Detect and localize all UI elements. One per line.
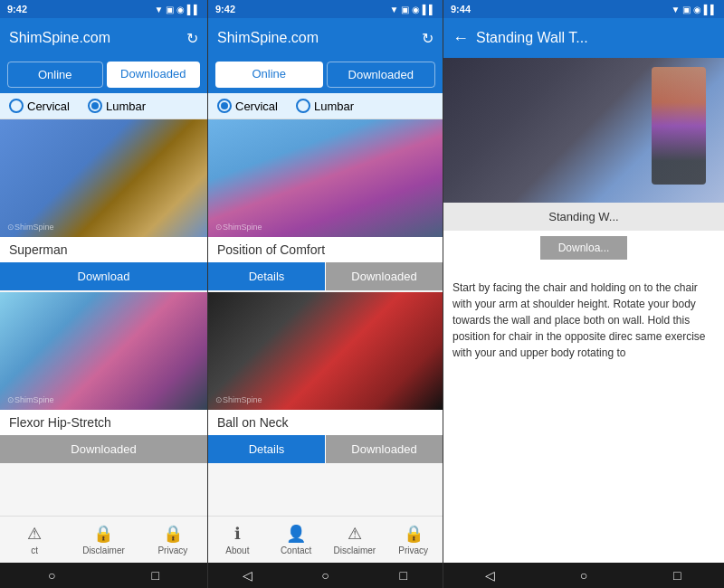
status-icons-1: ▼ ▣ ◉ ▌▌ [155, 5, 200, 14]
superman-image: ⊙ShimSpine [0, 119, 207, 237]
nav-disclaimer-label-2: Disclaimer [334, 545, 376, 555]
nav-privacy-1[interactable]: 🔒 Privacy [138, 517, 207, 563]
nav-privacy-2[interactable]: 🔒 Privacy [384, 517, 443, 563]
refresh-icon-2[interactable]: ↻ [422, 30, 433, 47]
tab-bar-2: Online Downloaded [208, 58, 443, 93]
home-btn-2[interactable]: ○ [316, 566, 334, 584]
refresh-icon-1[interactable]: ↻ [186, 30, 198, 47]
downloaded-button-comfort[interactable]: Downloaded [326, 262, 443, 290]
back-btn-2[interactable]: ◁ [238, 566, 256, 584]
radio-lumbar-1[interactable]: Lumbar [88, 99, 146, 113]
time-2: 9:42 [215, 4, 235, 14]
radio-lumbar-label-2: Lumbar [314, 100, 354, 113]
ball-neck-image: ⊙ShimSpine [208, 292, 443, 410]
app-title-3: Standing Wall T... [476, 30, 588, 46]
privacy-icon-2: 🔒 [404, 524, 424, 544]
watermark-1: ⊙ShimSpine [7, 223, 54, 232]
nav-about-2[interactable]: ℹ About [208, 517, 267, 563]
nav-contact-1[interactable]: ⚠ ct [0, 517, 69, 563]
comfort-image: ⊙ShimSpine [208, 119, 443, 237]
details-button-comfort[interactable]: Details [208, 262, 325, 290]
standing-wall-download-btn[interactable]: Downloa... [540, 236, 628, 260]
tab-online-2[interactable]: Online [215, 62, 323, 88]
radio-lumbar-2[interactable]: Lumbar [296, 99, 354, 113]
exercise-img-ball-neck: ⊙ShimSpine [208, 292, 443, 410]
status-icons-3: ▼ ▣ ◉ ▌▌ [672, 5, 717, 14]
app-bar-2: ShimSpine.com ↻ [208, 18, 443, 58]
nav-disclaimer-2[interactable]: ⚠ Disclaimer [326, 517, 385, 563]
exercise-list-1: ⊙ShimSpine Superman Download ⊙ShimSpine … [0, 119, 207, 516]
exercise-img-hip-stretch: ⊙ShimSpine [0, 292, 207, 410]
home-btn-3[interactable]: ○ [575, 566, 593, 584]
download-btn-container: Downloa... [443, 231, 724, 270]
watermark-2: ⊙ShimSpine [7, 395, 54, 404]
radio-cervical-label-2: Cervical [235, 100, 278, 113]
contact-icon-1: ⚠ [27, 524, 42, 544]
figure-detail-img [652, 67, 706, 185]
exercise-card-ball-neck: ⊙ShimSpine Ball on Neck Details Download… [208, 292, 443, 463]
exercise-img-superman: ⊙ShimSpine [0, 119, 207, 237]
radio-cervical-1[interactable]: Cervical [9, 99, 70, 113]
app-title-2: ShimSpine.com [217, 30, 319, 46]
time-3: 9:44 [451, 4, 471, 14]
exercise-card-comfort: ⊙ShimSpine Position of Comfort Details D… [208, 119, 443, 290]
radio-lumbar-label-1: Lumbar [106, 100, 146, 113]
download-button-superman[interactable]: Download [0, 262, 207, 290]
nav-disclaimer-1[interactable]: 🔒 Disclaimer [69, 517, 138, 563]
time-1: 9:42 [7, 4, 27, 14]
ball-neck-name: Ball on Neck [208, 410, 443, 435]
tab-online-1[interactable]: Online [7, 62, 103, 88]
nav-about-label-2: About [225, 545, 249, 555]
disclaimer-icon-2: ⚠ [348, 524, 362, 544]
radio-circle-cervical-1 [9, 99, 24, 113]
radio-circle-lumbar-2 [296, 99, 310, 113]
hip-stretch-image: ⊙ShimSpine [0, 292, 207, 410]
details-button-ball-neck[interactable]: Details [208, 435, 325, 463]
contact-icon-2: 👤 [286, 524, 306, 544]
bottom-nav-1: ⚠ ct 🔒 Disclaimer 🔒 Privacy [0, 516, 207, 563]
exercise-img-comfort: ⊙ShimSpine [208, 119, 443, 237]
downloaded-button-hip-stretch[interactable]: Downloaded [0, 435, 207, 463]
phone-panel-2: 9:42 ▼ ▣ ◉ ▌▌ ShimSpine.com ↻ Online Dow… [208, 0, 443, 588]
system-nav-1: ○ □ [0, 563, 207, 588]
bottom-nav-2: ℹ About 👤 Contact ⚠ Disclaimer 🔒 Privacy [208, 516, 443, 563]
home-btn-1[interactable]: ○ [43, 566, 61, 584]
radio-circle-lumbar-1 [88, 99, 102, 113]
tab-downloaded-1[interactable]: Downloaded [107, 62, 201, 88]
standing-wall-image [443, 58, 724, 203]
watermark-4: ⊙ShimSpine [215, 395, 262, 404]
app-title-1: ShimSpine.com [9, 30, 110, 46]
exercise-card-superman: ⊙ShimSpine Superman Download [0, 119, 207, 290]
tab-bar-1: Online Downloaded [0, 58, 207, 93]
radio-cervical-2[interactable]: Cervical [217, 99, 278, 113]
app-bar-1: ShimSpine.com ↻ [0, 18, 207, 58]
nav-privacy-label-2: Privacy [398, 545, 428, 555]
phone-panel-3: 9:44 ▼ ▣ ◉ ▌▌ ← Standing Wall T... Stand… [443, 0, 724, 588]
recents-btn-2[interactable]: □ [395, 566, 413, 584]
system-nav-2: ◁ ○ □ [208, 563, 443, 588]
privacy-icon-1: 🔒 [163, 524, 183, 544]
hip-stretch-name: Flexor Hip-Stretch [0, 410, 207, 435]
standing-wall-description: Start by facing the chair and holding on… [443, 270, 724, 370]
radio-circle-cervical-2 [217, 99, 232, 113]
status-bar-3: 9:44 ▼ ▣ ◉ ▌▌ [443, 0, 724, 18]
recents-btn-3[interactable]: □ [668, 566, 686, 584]
disclaimer-icon-1: 🔒 [93, 524, 113, 544]
detail-content-3: Standing W... Downloa... Start by facing… [443, 58, 724, 563]
nav-contact-2[interactable]: 👤 Contact [267, 517, 326, 563]
about-icon-2: ℹ [234, 524, 241, 544]
nav-contact-label-1: ct [31, 545, 38, 555]
standing-wall-name: Standing W... [443, 203, 724, 231]
downloaded-button-ball-neck[interactable]: Downloaded [326, 435, 443, 463]
phone-panel-1: 9:42 ▼ ▣ ◉ ▌▌ ShimSpine.com ↻ Online Dow… [0, 0, 208, 588]
recents-btn-1[interactable]: □ [147, 566, 165, 584]
back-btn-3[interactable]: ◁ [481, 566, 500, 584]
comfort-name: Position of Comfort [208, 237, 443, 262]
superman-name: Superman [0, 237, 207, 262]
system-nav-3: ◁ ○ □ [443, 563, 724, 588]
radio-cervical-label-1: Cervical [27, 100, 70, 113]
radio-bar-2: Cervical Lumbar [208, 93, 443, 119]
tab-downloaded-2[interactable]: Downloaded [327, 62, 436, 88]
ball-neck-buttons: Details Downloaded [208, 435, 443, 463]
back-icon-3[interactable]: ← [452, 29, 469, 48]
